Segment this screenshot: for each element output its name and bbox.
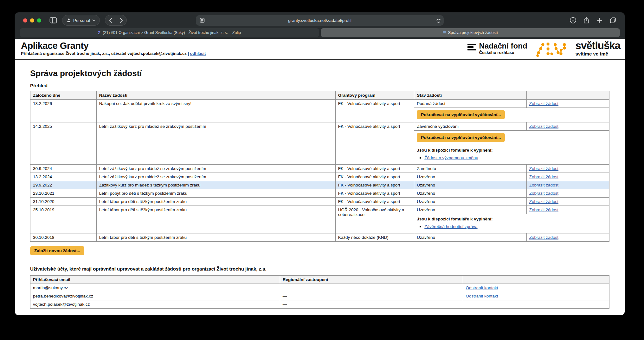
continue-accounting-button[interactable]: Pokračovat na vyplňování vyúčtování... [417, 133, 505, 142]
forms-available-label: Jsou k dispozici fomuláře k vyplnění: [417, 217, 493, 221]
applications-table: Založeno dne Název žádosti Grantový prog… [30, 91, 609, 242]
cell-program: FK - Volnočasové aktivity a sport [335, 198, 414, 206]
view-application-link[interactable]: Zobrazit žádost [529, 101, 558, 106]
zoom-window-button[interactable] [37, 18, 41, 23]
cell-program: HGŘ 2020 - Volnočasové aktivity a sebere… [335, 206, 414, 233]
profile-switcher[interactable]: Personal [62, 15, 100, 26]
view-application-link[interactable]: Zobrazit žádost [529, 199, 558, 204]
accounts-heading: Uživatelské účty, které mají oprávnění u… [30, 266, 609, 271]
browser-window: Personal [15, 12, 625, 315]
address-bar[interactable]: granty.svetluska.net/zadatel/profil [196, 15, 444, 26]
new-application-button[interactable]: Založit novou žádost... [30, 246, 84, 255]
cell-date: 13.2.2024 [30, 173, 97, 181]
view-application-link[interactable]: Zobrazit žádost [529, 235, 558, 240]
page-content: Aplikace Granty Přihlášená organizace Ži… [15, 39, 625, 315]
cell-date: 23.10.2021 [30, 189, 97, 198]
cell-status: Uzavřeno [414, 206, 526, 214]
cell-date: 30.9.2024 [30, 165, 97, 173]
toolbar-right-icons [568, 15, 618, 25]
cell-region: — [280, 284, 463, 292]
cell-program: FK - Volnočasové aktivity a sport [335, 189, 414, 198]
continue-accounting-button[interactable]: Pokračovat na vyplňování vyúčtování... [417, 110, 505, 119]
main-area: Správa projektových žádostí Přehled Zalo… [15, 69, 625, 309]
cell-continue: Pokračovat na vyplňování vyúčtování... [414, 108, 609, 122]
cell-status: Uzavřeno [414, 173, 526, 181]
new-tab-button[interactable] [594, 15, 605, 25]
cell-program: FK - Volnočasové aktivity a sport [335, 181, 414, 189]
remove-contact-link[interactable]: Odstranit kontakt [466, 285, 498, 290]
close-window-button[interactable] [23, 18, 27, 23]
back-button[interactable] [105, 15, 116, 25]
accounts-table: Přihlašovací email Regionální zastoupení… [30, 275, 609, 309]
cell-date: 31.10.2020 [30, 198, 97, 206]
plus-icon [597, 17, 602, 23]
cell-date: 30.10.2018 [30, 233, 97, 242]
tab-overview-button[interactable] [608, 15, 618, 25]
nadacni-fond-wordmark: Nadační fond [479, 42, 527, 50]
cell-actions: Zobrazit žádost [526, 189, 609, 198]
cell-actions: Odstranit kontakt [463, 292, 609, 300]
view-application-link[interactable]: Zobrazit žádost [529, 191, 558, 196]
logout-link[interactable]: odhlásit [190, 51, 206, 56]
col-header-actions [463, 276, 609, 284]
table-row: 23.10.2021 Letní pobyt pro děti s těžkým… [30, 189, 609, 198]
cell-date: 29.9.2022 [30, 181, 97, 189]
cell-name: Letní tábor pro děti s těžkým postižením… [96, 198, 335, 206]
col-header-date: Založeno dne [30, 91, 97, 100]
form-link[interactable]: Závěrečná hodnotící zpráva [424, 224, 477, 229]
login-info: Přihlášená organizace Život trochu jinak… [21, 51, 206, 56]
view-application-link[interactable]: Zobrazit žádost [529, 124, 558, 129]
table-row-highlighted: 29.9.2022 Zážitkový kurz pro mládež s tě… [30, 181, 609, 189]
downloads-button[interactable] [568, 15, 578, 25]
browser-toolbar: Personal [15, 12, 625, 28]
site-header: Aplikace Granty Přihlášená organizace Ži… [15, 39, 625, 60]
page-menu-icon[interactable] [200, 18, 205, 23]
cell-actions: Zobrazit žádost [526, 181, 609, 189]
forward-button[interactable] [116, 15, 126, 25]
cesky-rozhlas-bars-icon [467, 44, 476, 50]
form-link[interactable]: Žádost o významnou změnu [424, 155, 478, 160]
cell-name: Letní tábor pro děti s těžkým postižením… [96, 233, 335, 242]
reload-button[interactable] [435, 17, 442, 24]
sidebar-toggle-button[interactable] [49, 17, 57, 23]
chevron-down-icon [92, 19, 95, 22]
forms-list-item: Žádost o významnou změnu [424, 155, 607, 160]
share-button[interactable] [581, 15, 592, 25]
traffic-lights [23, 18, 41, 23]
cell-actions: Zobrazit žádost [526, 198, 609, 206]
nav-buttons [105, 15, 127, 26]
view-application-link[interactable]: Zobrazit žádost [529, 207, 558, 212]
col-header-status: Stav žádosti [414, 91, 526, 100]
remove-contact-link[interactable]: Odstranit kontakt [466, 294, 498, 298]
svetluska-logo: světluška svítíme ve tmě [576, 40, 620, 56]
view-application-link[interactable]: Zobrazit žádost [529, 174, 558, 179]
forms-list: Závěrečná hodnotící zpráva [424, 224, 607, 229]
cell-name: Letní pobyt pro děti s těžkým postižením… [96, 189, 335, 198]
cell-name: Letní zážitkový kurz pro mládež se zrako… [96, 173, 335, 181]
view-application-link[interactable]: Zobrazit žádost [529, 183, 558, 187]
nadacni-fond-subtitle: Českého rozhlasu [479, 50, 527, 55]
cell-actions: Zobrazit žádost [526, 100, 609, 108]
overview-heading: Přehled [30, 83, 609, 88]
forms-available-label: Jsou k dispozici fomuláře k vyplnění: [417, 148, 493, 153]
cell-program: FK - Volnočasové aktivity a sport [335, 165, 414, 173]
tab-sprava-zadosti[interactable]: Správa projektových žádostí [321, 28, 620, 37]
download-icon [570, 17, 576, 24]
tab-zulip[interactable]: Z (21) #01 Organizacni > Grant Svetluska… [20, 28, 319, 37]
profile-label: Personal [73, 18, 90, 23]
col-header-name: Název žádosti [96, 91, 335, 100]
view-application-link[interactable]: Zobrazit žádost [529, 166, 558, 171]
cell-name: Letní tábor pro děti s těžkým postižením… [96, 206, 335, 233]
minimize-window-button[interactable] [30, 18, 34, 23]
cell-name: Letní zážitkový kurz pro mládež se zrako… [96, 122, 335, 165]
svetluska-wordmark: světluška [576, 40, 620, 51]
cell-actions: Odstranit kontakt [463, 284, 609, 292]
col-header-actions [526, 91, 609, 100]
cell-name: Letní zážitkový kurz pro mládež se zrako… [96, 165, 335, 173]
cell-forms: Jsou k dispozici fomuláře k vyplnění: Zá… [414, 214, 609, 233]
table-header-row: Založeno dne Název žádosti Grantový prog… [30, 91, 609, 100]
cell-name: Nakopni se: Jak udělat prvník krok za sv… [96, 100, 335, 122]
forms-list-item: Závěrečná hodnotící zpráva [424, 224, 607, 229]
cell-program: Každý něco dokáže (KND) [335, 233, 414, 242]
svetluska-constellation-icon [536, 40, 567, 57]
